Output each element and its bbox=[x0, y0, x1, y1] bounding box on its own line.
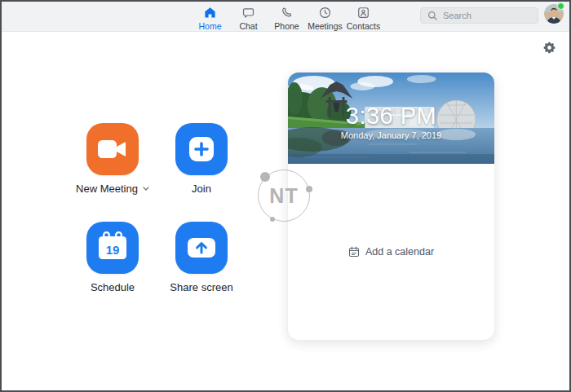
chat-icon bbox=[241, 6, 255, 20]
clock-card-photo: 3:36 PM Monday, January 7, 2019 bbox=[288, 73, 494, 164]
chevron-down-icon[interactable] bbox=[143, 187, 149, 191]
zoom-app-window: Home Chat Phone Meetings bbox=[2, 2, 569, 390]
search-box[interactable] bbox=[420, 7, 538, 24]
settings-gear-icon[interactable] bbox=[540, 38, 558, 56]
tab-home[interactable]: Home bbox=[191, 2, 229, 31]
tab-label: Meetings bbox=[308, 21, 343, 31]
online-status-dot bbox=[557, 2, 564, 10]
schedule-button[interactable]: 19 bbox=[86, 222, 139, 274]
tab-chat[interactable]: Chat bbox=[229, 2, 268, 31]
watermark-dot bbox=[270, 217, 275, 222]
action-schedule: 19 Schedule bbox=[62, 222, 163, 293]
join-button[interactable] bbox=[175, 123, 228, 175]
calendar-icon: 19 bbox=[86, 222, 139, 274]
video-camera-icon bbox=[86, 123, 139, 175]
share-screen-button[interactable] bbox=[175, 222, 228, 274]
action-join: Join bbox=[151, 123, 252, 195]
home-icon bbox=[203, 6, 217, 20]
new-meeting-label: New Meeting bbox=[76, 183, 138, 195]
tab-label: Chat bbox=[239, 21, 257, 31]
avatar[interactable] bbox=[544, 4, 564, 24]
tab-contacts[interactable]: Contacts bbox=[344, 2, 383, 31]
tab-label: Home bbox=[198, 21, 221, 31]
main-nav: Home Chat Phone Meetings bbox=[191, 2, 383, 31]
search-input[interactable] bbox=[441, 10, 531, 21]
watermark-dot bbox=[260, 172, 270, 182]
arrow-up-icon bbox=[175, 222, 228, 274]
add-calendar-button[interactable]: Add a calendar bbox=[288, 245, 494, 258]
plus-icon bbox=[175, 123, 228, 175]
calendar-day-number: 19 bbox=[106, 243, 120, 257]
calendar-add-icon bbox=[348, 246, 360, 258]
header: Home Chat Phone Meetings bbox=[2, 2, 569, 32]
share-screen-label: Share screen bbox=[170, 281, 232, 293]
new-meeting-button[interactable] bbox=[86, 123, 139, 175]
tab-label: Phone bbox=[274, 21, 299, 31]
ontario-place-photo bbox=[288, 73, 494, 164]
clock-card: 3:36 PM Monday, January 7, 2019 Add a ca… bbox=[287, 72, 495, 341]
tab-meetings[interactable]: Meetings bbox=[306, 2, 344, 31]
join-label: Join bbox=[192, 183, 211, 195]
phone-icon bbox=[280, 6, 294, 20]
add-calendar-label: Add a calendar bbox=[365, 246, 434, 258]
tab-label: Contacts bbox=[347, 21, 380, 31]
contacts-icon bbox=[356, 6, 370, 20]
action-share-screen: Share screen bbox=[151, 222, 252, 293]
tab-phone[interactable]: Phone bbox=[268, 2, 306, 31]
schedule-label: Schedule bbox=[91, 281, 135, 293]
clock-icon bbox=[318, 6, 332, 20]
search-icon bbox=[427, 11, 437, 20]
action-new-meeting: New Meeting bbox=[62, 123, 163, 195]
